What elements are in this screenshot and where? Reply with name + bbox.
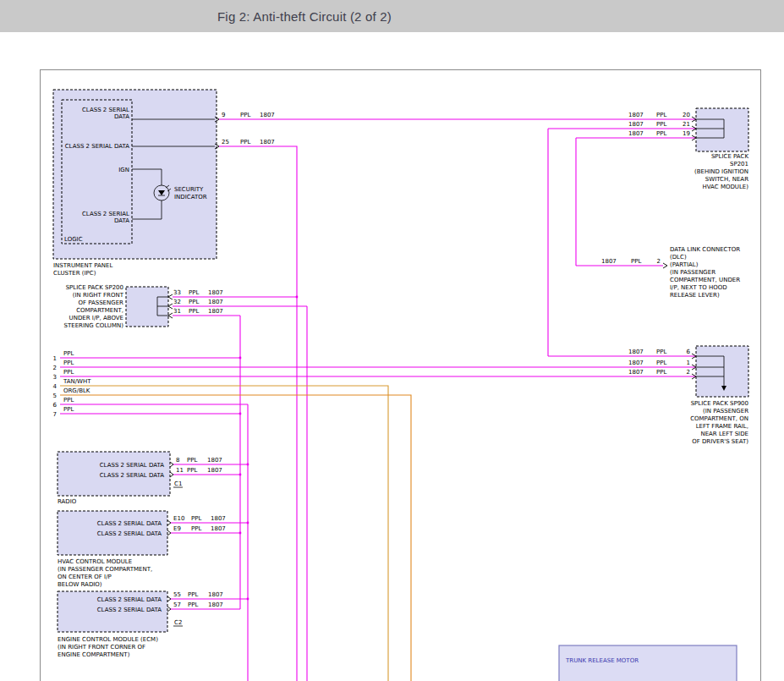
wire-circuit-label: 1807 [260,112,275,118]
wire-circuit-label: 1807 [208,308,223,315]
junction-dot [247,522,249,524]
wire-circuit-label: 1807 [207,467,222,474]
ipc-logic-label: LOGIC [64,236,83,243]
sp200-name: SPLICE PACK SP200 [66,284,123,291]
wire-circuit-label: 1807 [208,289,223,296]
ecm-name: ENGINE COMPARTMENT) [58,651,130,658]
sp200-name: OF PASSENGER [78,299,123,306]
wire-circuit-label: 1807 [208,601,223,608]
junction-dot [239,532,242,535]
wire-circuit-label: 1807 [208,591,223,598]
diagram-frame: CLASS 2 SERIAL DATA CLASS 2 SERIAL DATA … [40,69,761,681]
sp200-pin-number: 33 [173,289,181,296]
class2-data-bus-wires [219,119,696,681]
sp200-name: (IN RIGHT FRONT [73,292,124,299]
ipc-class2-label: DATA [114,113,129,120]
wire-color-label: PPL [189,308,199,315]
ecm-pin-arrows-icon [167,596,171,612]
wire-color-label: ORG/BLK [63,387,90,394]
hvac-class2-label: CLASS 2 SERIAL DATA [97,530,162,537]
ipc-class2-label: CLASS 2 SERIAL DATA [65,143,129,150]
ipc-class2-label: CLASS 2 SERIAL [82,211,129,217]
ipc-class2-label: CLASS 2 SERIAL [82,107,129,113]
wire-circuit-label: 1807 [628,360,644,366]
sp900-name: OF DRIVER'S SEAT) [692,438,748,445]
sp201-pin-number: 20 [683,112,690,118]
trunk-release-motor: TRUNK RELEASE MOTOR [565,657,639,664]
hvac-name: BELOW RADIO) [58,581,102,588]
ecm-name: (IN RIGHT FRONT CORNER OF [58,644,145,651]
hvac-pin-arrows-icon [167,520,171,535]
radio-connector-label: C1 [174,481,182,487]
wire-color-label: PPL [188,601,198,608]
sp900-name: (IN PASSENGER [703,408,748,415]
ecm-class2-label: CLASS 2 SERIAL DATA [97,607,162,613]
sp900-name: COMPARTMENT, ON [690,415,748,422]
wiring-diagram: CLASS 2 SERIAL DATA CLASS 2 SERIAL DATA … [41,70,762,681]
pin-number: 7 [53,411,57,418]
sp900-entry-arrows-icon [692,354,696,379]
sp900-pin-number: 1 [687,360,690,366]
pin-number: 1 [53,355,57,362]
wire-color-label: PPL [656,349,666,355]
radio-name: RADIO [58,498,77,505]
wire-color-label: PPL [656,360,666,366]
wire-color-label: PPL [187,457,197,464]
wire-color-label: PPL [63,406,74,413]
dlc-name: I/P, NEXT TO HOOD [670,284,727,291]
wire-color-label: PPL [191,525,201,532]
hvac-name: (IN PASSENGER COMPARTMENT, [58,566,152,573]
wire-circuit-label: 1807 [601,258,617,265]
ipc-ign-label: IGN [118,167,129,173]
sp200-name: STEERING COLUMN) [64,322,124,329]
wire-color-label: PPL [631,258,641,265]
hvac-class2-label: CLASS 2 SERIAL DATA [97,520,162,527]
wire-circuit-label: 1807 [208,299,223,305]
junction-dot [239,474,242,476]
wire-color-label: PPL [240,139,250,146]
wire-color-label: PPL [656,369,666,376]
radio-class2-label: CLASS 2 SERIAL DATA [100,472,164,479]
sp900-box [696,346,748,397]
wire-color-label: PPL [240,112,250,118]
wire-color-label: PPL [656,130,666,137]
ecm-pin-number: 55 [173,591,181,598]
dlc-arrow-icon [663,263,667,268]
sp200-box [126,287,168,327]
wire-color-label: PPL [189,289,199,296]
wire-circuit-label: 1807 [628,349,644,355]
pin-number: 6 [53,402,58,409]
hvac-pin-number: E10 [173,515,184,522]
wire-color-label: PPL [191,515,201,522]
hvac-name: ON CENTER OF I/P [58,574,112,580]
junction-dot [239,357,242,360]
sp900-name: LEFT FRAME RAIL, [696,423,748,430]
sp200-pin-number: 31 [173,308,181,315]
wire-color-label: PPL [188,591,198,598]
dlc-name: (DLC) [670,254,687,261]
sp900-pin-number: 2 [687,369,690,376]
sp200-name: UNDER I/P, ABOVE [69,315,123,321]
wire-color-label: PPL [63,397,74,404]
sp201-name: SPLICE PACK [711,153,748,160]
sp201-name: SP201 [730,161,748,168]
radio-pin-number: 8 [176,457,179,464]
sp201-name: (BEHIND IGNITION [694,168,748,175]
ipc-pin25-number: 25 [222,139,229,146]
sp200-entry-arrows-icon [168,294,173,318]
wire-circuit-label: 1807 [207,457,222,464]
ipc-class2-label: DATA [114,217,129,224]
ipc-name: CLUSTER (IPC) [53,270,96,277]
wire-color-label: PPL [656,121,666,128]
dlc-name: DATA LINK CONNECTOR [670,246,740,253]
figure-title: Fig 2: Anti-theft Circuit (2 of 2) [217,9,392,24]
sp201-box [696,108,748,151]
ecm-pin-number: 57 [173,601,181,608]
dlc-name: RELEASE LEVER) [670,292,720,299]
ipc-pin9-number: 9 [222,112,225,118]
radio-pin-number: 11 [176,467,184,474]
wire-color-label: PPL [187,467,197,474]
sp201-name: SWITCH, NEAR [705,176,748,183]
trunk-release-motor-label: TRUNK RELEASE MOTOR [565,657,639,664]
wire-color-label: PPL [189,299,199,305]
